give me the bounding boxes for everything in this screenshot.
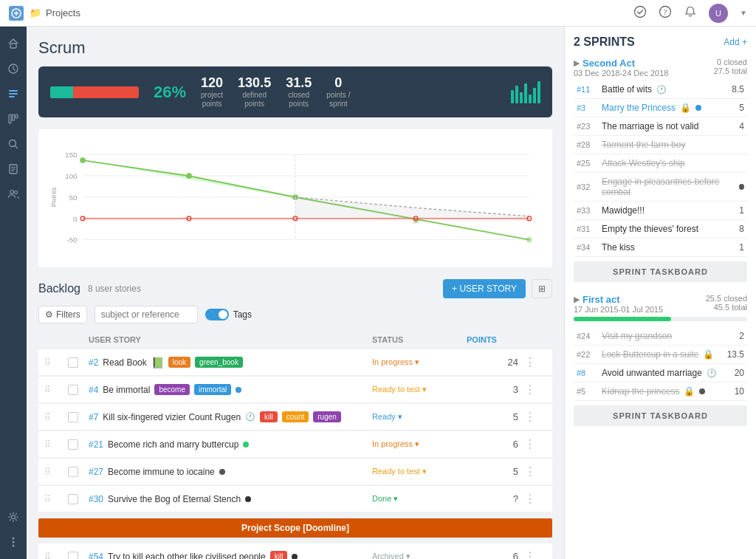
sprint-item-title: Lock Buttercup in a suite [602,349,698,360]
topbar: 📁 Projects ? U ▼ [0,0,756,27]
sprint-item-id[interactable]: #34 [577,243,597,252]
sprint-header[interactable]: ▶ First act 17 Jun 2015-01 Jul 2015 25.5… [574,294,747,314]
sprint-item-id[interactable]: #11 [577,85,597,94]
sprint-item-id[interactable]: #28 [577,140,597,149]
story-row: ⠿ #2 Read Book 📗 look green_book In prog… [38,349,552,376]
tag-rugen[interactable]: rugen [313,411,341,422]
story-id[interactable]: #54 [89,552,103,560]
breadcrumb-text[interactable]: Projects [46,7,80,18]
story-checkbox[interactable] [68,385,78,395]
chevron-down-icon[interactable]: ▼ [740,9,747,17]
story-id[interactable]: #21 [89,439,103,450]
question-circle-icon[interactable]: ? [659,5,672,21]
sprint-item-id[interactable]: #3 [577,103,597,112]
story-id[interactable]: #7 [89,412,98,422]
sidebar-item-team[interactable] [2,183,24,205]
sprint-item-title: Engage in pleasantries before combat [602,176,735,197]
drag-handle[interactable]: ⠿ [44,494,62,504]
drag-handle[interactable]: ⠿ [44,439,62,450]
tag-immortal[interactable]: immortal [194,384,231,395]
add-story-button[interactable]: + USER STORY [443,279,526,298]
story-id[interactable]: #4 [89,385,98,395]
drag-handle[interactable]: ⠿ [44,357,62,368]
sprint-item-id[interactable]: #31 [577,224,597,233]
sidebar-item-extra[interactable] [2,531,24,553]
svg-point-41 [526,237,532,243]
svg-point-37 [80,157,86,163]
status-badge[interactable]: Archived ▾ [372,552,461,559]
sidebar-item-settings[interactable] [2,506,24,528]
story-checkbox[interactable] [68,467,78,477]
sprint-taskboard-button[interactable]: SPRINT TASKBOARD [574,405,747,426]
status-badge[interactable]: Ready to test ▾ [372,385,461,394]
row-menu[interactable]: ⋮ [524,383,546,397]
user-avatar[interactable]: U [709,4,728,23]
status-badge[interactable]: Done ▾ [372,494,461,504]
sidebar-item-kanban[interactable] [2,108,24,130]
sprint-item-id[interactable]: #5 [577,387,597,396]
tag-green-book[interactable]: green_book [195,357,243,368]
status-badge[interactable]: Ready ▾ [372,412,461,422]
drag-handle[interactable]: ⠿ [44,385,62,395]
panel-header: 2 SPRINTS Add + [574,35,747,49]
story-id[interactable]: #30 [89,494,103,504]
story-id[interactable]: #2 [89,357,98,368]
svg-rect-10 [9,96,15,97]
row-menu[interactable]: ⋮ [524,549,546,559]
row-menu[interactable]: ⋮ [524,355,546,369]
story-info: #7 Kill six-fingered vizier Count Rugen … [89,411,366,422]
sprint-item: #23 The marriage is not valid 4 [574,117,747,136]
story-id[interactable]: #27 [89,467,103,477]
toggle-switch[interactable] [205,309,229,320]
search-input[interactable] [94,306,198,323]
closed-points-stat: 31.5 closedpoints [286,75,312,109]
row-menu[interactable]: ⋮ [524,492,546,506]
dark-dot [699,388,705,394]
sort-options-button[interactable]: ⊞ [532,279,552,298]
status-badge[interactable]: In progress ▾ [372,357,461,367]
sprint-item-id[interactable]: #22 [577,350,597,359]
drag-handle[interactable]: ⠿ [44,467,62,477]
bell-icon[interactable] [684,5,697,21]
story-checkbox[interactable] [68,439,78,450]
sprint-header[interactable]: ▶ Second Act 03 Dec 2018-24 Dec 2018 0 c… [574,58,747,78]
check-circle-icon[interactable] [633,5,647,21]
black-dot [292,554,298,560]
points-value: 6 [467,551,518,559]
tag-kill[interactable]: kill [270,551,288,559]
sidebar-item-search[interactable] [2,133,24,155]
sprint-item-id[interactable]: #24 [577,332,597,340]
tag-count[interactable]: count [282,411,309,422]
row-menu[interactable]: ⋮ [524,464,546,479]
sprint-item-id[interactable]: #23 [577,122,597,131]
sprint-item-id[interactable]: #25 [577,159,597,168]
sidebar-item-wiki[interactable] [2,158,24,180]
story-checkbox[interactable] [68,552,78,560]
story-checkbox[interactable] [68,357,78,368]
tag-look[interactable]: look [168,357,190,368]
tag-become[interactable]: become [154,384,190,395]
sprint-item-id[interactable]: #33 [577,206,597,215]
filters-button[interactable]: ⚙ Filters [38,306,87,323]
row-menu[interactable]: ⋮ [524,437,546,451]
row-menu[interactable]: ⋮ [524,410,546,424]
sprint-item: #3 Marry the Princess 🔒 5 [574,99,747,117]
sprint-item-id[interactable]: #8 [577,368,597,377]
status-badge[interactable]: In progress ▾ [372,439,461,449]
story-checkbox[interactable] [68,494,78,504]
drag-handle[interactable]: ⠿ [44,412,62,422]
sprint-second-act: ▶ Second Act 03 Dec 2018-24 Dec 2018 0 c… [574,58,747,282]
filters-row: ⚙ Filters Tags [38,306,552,323]
sidebar-item-sprint[interactable] [2,58,24,80]
add-sprint-button[interactable]: Add + [724,37,747,47]
drag-handle[interactable]: ⠿ [44,552,62,560]
story-checkbox[interactable] [68,412,78,422]
sprint-item-points: 8 [739,224,744,234]
sprint-item-id[interactable]: #32 [577,182,597,191]
status-badge[interactable]: Ready to test ▾ [372,467,461,476]
sprint-taskboard-button[interactable]: SPRINT TASKBOARD [574,261,747,282]
sidebar-item-backlog[interactable] [2,83,24,105]
tag-kill[interactable]: kill [260,411,278,422]
sidebar-item-home[interactable] [2,32,24,55]
doomline-banner: Project Scope [Doomline] [38,518,552,538]
